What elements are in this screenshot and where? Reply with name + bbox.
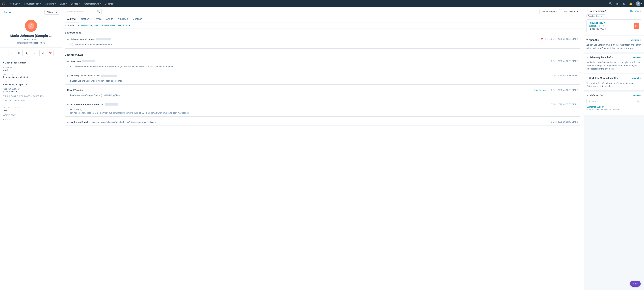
lifecycle-field: Lifecycle-Phase Lead xyxy=(3,107,59,112)
guide-meta: 8 Artikel • Zuletzt vor mehr als 3 Monat… xyxy=(586,108,641,110)
chevron-down-icon: ▾ xyxy=(40,3,41,4)
december-section-label: Dezember 2021 xyxy=(65,51,581,58)
call-activity-card: ▶ Anruf von 10. Dez. 2021 um 10:38 GMT+1… xyxy=(65,58,581,70)
task-button[interactable]: ☑ xyxy=(40,50,46,56)
company-name-link[interactable]: HubSpot, Inc. ↗ xyxy=(589,22,606,24)
expand-icon[interactable]: ▶ xyxy=(67,103,69,106)
chevron-down-icon: ▾ xyxy=(19,3,20,4)
user-avatar-button[interactable]: U ▾ xyxy=(634,1,642,6)
telefon-field: Telefonnummer Test form value xyxy=(3,88,59,93)
tab-aufgaben[interactable]: Aufgaben xyxy=(116,16,130,22)
search-icon[interactable]: 🔍 xyxy=(97,10,100,13)
contact-company: HubSpot, Inc. xyxy=(24,38,38,41)
meeting-timestamp: 10. Dez. 2021 um 09:38 GMT+1 xyxy=(550,74,578,77)
external-link-icon: ↗ xyxy=(601,25,602,27)
list-memberships-header: ▾ Listenmitgliedschaften Verwalten xyxy=(586,56,641,59)
blurred-caller xyxy=(82,60,95,62)
left-panel: ‹ Kontakte Aktionen ▾ ⬡ Maria Johnson (S… xyxy=(0,7,62,290)
guides-section: ▾ Leitfäden (3) Verwalten 🔍 Customer Sup… xyxy=(584,92,644,115)
hubspot-logo[interactable]: ⬡ xyxy=(2,1,5,6)
hubspot-sprocket-icon: ⬡ xyxy=(27,22,35,29)
email-tracking-body: Maria Johnson (Sample Contact) hat Hallo… xyxy=(65,93,581,99)
contact-name: Maria Johnson (Sample ... xyxy=(10,34,52,38)
hide-tracking-link[interactable]: Ausblenden xyxy=(534,89,546,91)
anrede-field: Anrede xyxy=(3,118,59,120)
nav-service[interactable]: Service ▾ xyxy=(69,0,82,7)
tab-meetings[interactable]: Meetings xyxy=(130,16,144,22)
settings-icon[interactable]: ⚙ xyxy=(621,1,627,7)
expand-icon[interactable]: ▶ xyxy=(67,38,69,40)
add-activity-button[interactable]: + xyxy=(32,50,38,56)
meeting-button[interactable]: 📅 xyxy=(47,50,54,56)
help-button[interactable]: Hilfe xyxy=(630,281,641,287)
tab-notizen[interactable]: Notizen xyxy=(79,16,91,22)
add-attachment-button[interactable]: Hinzufügen ▾ xyxy=(628,39,641,41)
copy-url-icon[interactable]: ⧉ xyxy=(603,25,604,27)
tab-emails[interactable]: E-Mails xyxy=(92,16,104,22)
guides-search-input[interactable] xyxy=(588,100,636,102)
left-panel-header: ‹ Kontakte Aktionen ▾ xyxy=(0,7,62,16)
chevron-down-icon: ▾ xyxy=(55,3,56,4)
external-link-icon: ↗ xyxy=(604,22,605,24)
expand-icon[interactable]: ▶ xyxy=(67,74,69,77)
manage-guides-link[interactable]: Verwalten xyxy=(632,94,641,97)
search-icon[interactable]: 🔍 xyxy=(608,1,614,7)
nav-kontakte[interactable]: Kontakte ▾ xyxy=(8,0,22,7)
contact-details: ▾ Über diesen Kontakt Vorname Maria Nach… xyxy=(0,59,62,125)
workflow-section: ▾ Workflow-Mitgliedschaften Verwalten Ve… xyxy=(584,74,644,90)
meeting-activity-card: ▶ Meeting - Maria Johnson und 10. Dez. 2… xyxy=(65,72,581,85)
guide-title-link[interactable]: Customer Support xyxy=(586,106,641,108)
search-icon[interactable]: 🔍 xyxy=(636,100,640,103)
notifications-icon[interactable]: 🔔 xyxy=(628,1,634,7)
guides-search-box[interactable]: 🔍 xyxy=(586,99,641,104)
expand-all-button[interactable]: Alle ausklappen xyxy=(539,9,560,14)
call-timestamp: 10. Dez. 2021 um 10:38 GMT+1 xyxy=(550,60,578,62)
workflow-section-header: ▾ Workflow-Mitgliedschaften Verwalten xyxy=(586,77,641,79)
manage-workflows-link[interactable]: Verwalten xyxy=(632,77,641,79)
nav-sales[interactable]: Sales ▾ xyxy=(58,0,69,7)
meeting-card-header: ▶ Meeting - Maria Johnson und 10. Dez. 2… xyxy=(65,72,581,79)
edit-contact-button[interactable]: ✏ xyxy=(8,50,15,56)
right-panel: ▾ Unternehmen (1) + Hinzufügen Primärer … xyxy=(584,7,644,290)
collapse-all-button[interactable]: Alle einklappen xyxy=(561,9,581,14)
actions-button[interactable]: Aktionen ▾ xyxy=(44,10,59,14)
task-complete-circle[interactable] xyxy=(70,43,73,46)
nav-konversationen[interactable]: Konversationen ▾ xyxy=(22,0,42,7)
manage-lists-link[interactable]: Verwalten xyxy=(632,56,641,59)
attachments-description: Zeigen Sie Dateien an, die an Ihre Aktiv… xyxy=(586,43,641,50)
activity-tabs: Aktivität Notizen E-Mails Anrufe Aufgabe… xyxy=(62,16,584,22)
users-filter-chip[interactable]: Alle Benutzer ▾ xyxy=(102,24,116,27)
activity-search-box[interactable]: 🔍 xyxy=(65,9,102,14)
copy-phone-icon[interactable]: ⧉ xyxy=(605,28,606,30)
task-card-header: ▶ Aufgabe zugewiesen zu 📅 Fällig: 10. De… xyxy=(65,36,581,42)
chevron-down-icon: ▾ xyxy=(586,77,588,79)
tab-anrufe[interactable]: Anrufe xyxy=(104,16,116,22)
teams-filter-chip[interactable]: Alle Teams ▾ xyxy=(118,24,130,27)
nav-automatisierung[interactable]: Automatisierung ▾ xyxy=(82,0,103,7)
tab-aktivitat[interactable]: Aktivität xyxy=(65,16,79,22)
marketing-email-header: ▶ Marketing-E-Mail gesendet an Maria Joh… xyxy=(65,119,581,125)
nav-marketing[interactable]: Marketing ▾ xyxy=(43,0,58,7)
add-company-button[interactable]: + Hinzufügen xyxy=(628,10,641,12)
blurred-sender xyxy=(105,103,118,106)
activity-filter-chip[interactable]: Aktivität (22/26) filtern ▾ xyxy=(78,24,101,27)
copy-email-icon[interactable]: ⧉ xyxy=(43,42,45,44)
chevron-down-icon: ▾ xyxy=(79,3,80,4)
back-to-contacts-link[interactable]: ‹ Kontakte xyxy=(3,11,13,13)
call-contact-button[interactable]: 📞 xyxy=(24,50,30,56)
company-section-header: ▾ Unternehmen (1) + Hinzufügen xyxy=(586,10,641,12)
activity-header: 🔍 Alle ausklappen Alle einklappen xyxy=(62,7,584,16)
task-activity-card: ▶ Aufgabe zugewiesen zu 📅 Fällig: 10. De… xyxy=(65,36,581,49)
avatar: U xyxy=(636,1,640,6)
activity-search-input[interactable] xyxy=(66,10,96,13)
apps-icon[interactable]: ⊞ xyxy=(614,1,620,7)
chevron-down-icon: ▾ xyxy=(3,61,4,64)
company-url-link[interactable]: hubspot.com ↗ ⧉ xyxy=(589,25,606,27)
right-panel-divider-4 xyxy=(584,90,644,92)
email-contact-button[interactable]: ✉ xyxy=(16,50,23,56)
expand-icon[interactable]: ▶ xyxy=(67,121,69,123)
about-contact-section-header[interactable]: ▾ Über diesen Kontakt xyxy=(3,61,59,64)
chevron-down-icon: ▾ xyxy=(641,3,642,4)
nav-berichte[interactable]: Berichte ▾ xyxy=(103,0,116,7)
expand-icon[interactable]: ▶ xyxy=(67,60,69,62)
